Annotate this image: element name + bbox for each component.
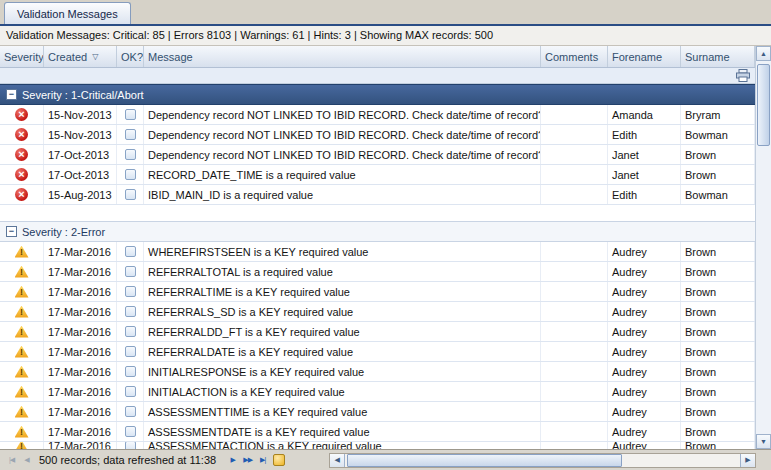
table-row[interactable]: ×15-Aug-2013IBID_MAIN_ID is a required v…: [0, 185, 755, 205]
severity-cell: !: [0, 262, 44, 281]
severity-cell: !: [0, 342, 44, 361]
severity-cell: !: [0, 362, 44, 381]
ok-note-icon[interactable]: [125, 442, 136, 449]
table-grid: Severity△Created▽OK?MessageCommentsForen…: [0, 46, 755, 449]
table-row[interactable]: !17-Mar-2016REFERRALDD_FT is a KEY requi…: [0, 322, 755, 342]
scroll-right-icon[interactable]: ▶: [740, 454, 755, 467]
ok-note-icon[interactable]: [125, 346, 136, 357]
scroll-up-icon[interactable]: ▲: [756, 46, 771, 61]
ok-note-icon[interactable]: [125, 326, 136, 337]
table-row[interactable]: !17-Mar-2016REFERRALTOTAL is a required …: [0, 262, 755, 282]
ok-cell: [117, 362, 144, 381]
forename-cell: Audrey: [608, 262, 681, 281]
scroll-down-icon[interactable]: ▼: [756, 434, 771, 449]
table-row[interactable]: !17-Mar-2016ASSESSMENTTIME is a KEY requ…: [0, 402, 755, 422]
group-header[interactable]: −Severity : 1-Critical/Abort: [0, 84, 755, 105]
scroll-left-icon[interactable]: ◀: [330, 454, 345, 467]
previous-record-button[interactable]: ◀: [20, 453, 33, 468]
message-cell: REFERRALTIME is a KEY required value: [144, 282, 541, 301]
column-label: Created: [48, 51, 87, 63]
horizontal-scrollbar[interactable]: ◀ ▶: [329, 453, 756, 468]
printer-icon[interactable]: [736, 69, 750, 82]
ok-note-icon[interactable]: [125, 169, 136, 180]
messages-table: Severity△Created▽OK?MessageCommentsForen…: [0, 46, 771, 449]
forename-cell: Audrey: [608, 322, 681, 341]
collapse-group-icon[interactable]: −: [6, 226, 17, 237]
column-header-created[interactable]: Created▽: [44, 46, 117, 67]
table-row[interactable]: !17-Mar-2016REFERRALS_SD is a KEY requir…: [0, 302, 755, 322]
table-row[interactable]: ×15-Nov-2013Dependency record NOT LINKED…: [0, 105, 755, 125]
surname-cell: Bowman: [681, 185, 755, 204]
column-header-severity[interactable]: Severity△: [0, 46, 44, 67]
ok-note-icon[interactable]: [125, 386, 136, 397]
warning-icon: !: [15, 346, 29, 358]
severity-cell: !: [0, 442, 44, 449]
critical-error-icon: ×: [15, 128, 28, 141]
column-header-comments[interactable]: Comments: [541, 46, 608, 67]
comments-cell: [541, 165, 608, 184]
ok-note-icon[interactable]: [125, 246, 136, 257]
table-row[interactable]: !17-Mar-2016INITIALACTION is a KEY requi…: [0, 382, 755, 402]
table-row[interactable]: !17-Mar-2016ASSESSMENTDATE is a KEY requ…: [0, 422, 755, 442]
table-row[interactable]: ×15-Nov-2013Dependency record NOT LINKED…: [0, 125, 755, 145]
next-record-button[interactable]: ▶: [226, 453, 239, 468]
message-cell: REFERRALDATE is a KEY required value: [144, 342, 541, 361]
bookmark-icon[interactable]: [273, 454, 285, 466]
ok-note-icon[interactable]: [125, 129, 136, 140]
table-row[interactable]: ×17-Oct-2013Dependency record NOT LINKED…: [0, 145, 755, 165]
ok-note-icon[interactable]: [125, 149, 136, 160]
ok-note-icon[interactable]: [125, 406, 136, 417]
column-header-forename[interactable]: Forename: [608, 46, 681, 67]
message-cell: ASSESSMENTACTION is a KEY required value: [144, 442, 541, 449]
comments-cell: [541, 442, 608, 449]
message-cell: RECORD_DATE_TIME is a required value: [144, 165, 541, 184]
table-row[interactable]: !17-Mar-2016ASSESSMENTACTION is a KEY re…: [0, 442, 755, 449]
table-row[interactable]: !17-Mar-2016REFERRALDATE is a KEY requir…: [0, 342, 755, 362]
table-row[interactable]: ×17-Oct-2013RECORD_DATE_TIME is a requir…: [0, 165, 755, 185]
comments-cell: [541, 185, 608, 204]
warning-icon: !: [15, 386, 29, 398]
column-label: OK?: [121, 51, 143, 63]
column-header-surname[interactable]: Surname: [681, 46, 755, 67]
vertical-scroll-track[interactable]: [756, 61, 771, 434]
ok-cell: [117, 145, 144, 164]
comments-cell: [541, 382, 608, 401]
forename-cell: Audrey: [608, 402, 681, 421]
forename-cell: Janet: [608, 145, 681, 164]
horizontal-scroll-track[interactable]: [345, 454, 740, 467]
tab-validation-messages[interactable]: Validation Messages: [4, 2, 131, 24]
ok-note-icon[interactable]: [125, 286, 136, 297]
collapse-group-icon[interactable]: −: [6, 89, 17, 100]
ok-cell: [117, 242, 144, 261]
column-header-message[interactable]: Message: [144, 46, 541, 67]
comments-cell: [541, 262, 608, 281]
ok-cell: [117, 302, 144, 321]
message-cell: INITIALACTION is a KEY required value: [144, 382, 541, 401]
table-row[interactable]: !17-Mar-2016INITIALRESPONSE is a KEY req…: [0, 362, 755, 382]
forename-cell: Audrey: [608, 442, 681, 449]
first-record-button[interactable]: |◀: [5, 453, 18, 468]
ok-note-icon[interactable]: [125, 426, 136, 437]
ok-note-icon[interactable]: [125, 266, 136, 277]
warning-icon: !: [15, 426, 29, 438]
forename-cell: Audrey: [608, 422, 681, 441]
column-header-ok[interactable]: OK?: [117, 46, 144, 67]
message-cell: Dependency record NOT LINKED TO IBID REC…: [144, 125, 541, 144]
ok-cell: [117, 165, 144, 184]
table-row[interactable]: !17-Mar-2016WHEREFIRSTSEEN is a KEY requ…: [0, 242, 755, 262]
horizontal-scroll-thumb[interactable]: [347, 454, 622, 467]
comments-cell: [541, 342, 608, 361]
last-record-button[interactable]: ▶|: [256, 453, 269, 468]
ok-note-icon[interactable]: [125, 189, 136, 200]
group-header[interactable]: −Severity : 2-Error: [0, 221, 755, 242]
vertical-scroll-thumb[interactable]: [757, 64, 770, 146]
ok-note-icon[interactable]: [125, 306, 136, 317]
sort-descending-icon[interactable]: ▽: [92, 52, 98, 61]
ok-note-icon[interactable]: [125, 366, 136, 377]
ok-note-icon[interactable]: [125, 109, 136, 120]
vertical-scrollbar[interactable]: ▲ ▼: [755, 46, 771, 449]
table-row[interactable]: !17-Mar-2016REFERRALTIME is a KEY requir…: [0, 282, 755, 302]
comments-cell: [541, 402, 608, 421]
next-page-button[interactable]: ▶▶: [241, 453, 254, 468]
ok-cell: [117, 262, 144, 281]
